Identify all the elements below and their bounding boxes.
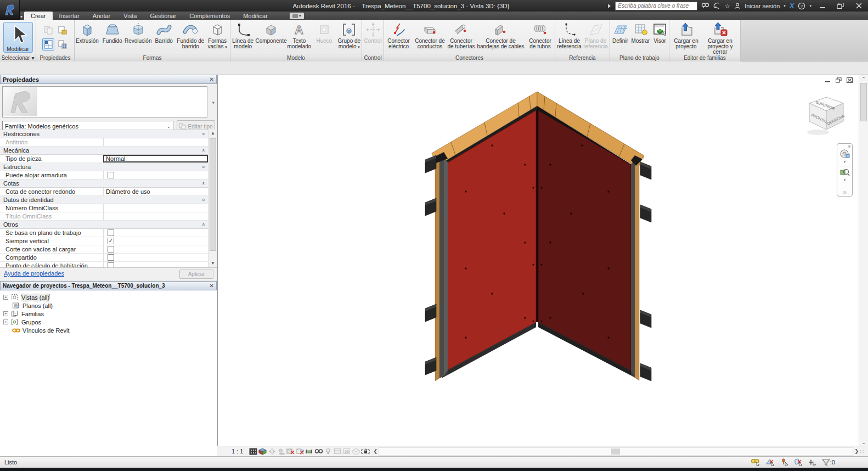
rendering-dialog-icon[interactable] xyxy=(286,447,295,456)
scrollbar-thumb[interactable] xyxy=(210,138,216,251)
hscroll-left-icon[interactable]: ❮ xyxy=(373,448,377,454)
corner-panel-model[interactable] xyxy=(218,75,868,446)
sun-path-icon[interactable] xyxy=(267,447,277,456)
exclude-options-icon[interactable] xyxy=(794,458,803,466)
exchange-apps-icon[interactable]: X xyxy=(790,2,794,10)
panel-label-seleccionar[interactable]: Seleccionar ▾ xyxy=(0,54,36,61)
communication-center-icon[interactable] xyxy=(713,2,720,9)
tab-modificar[interactable]: Modificar xyxy=(236,12,274,20)
locked-3d-view-icon[interactable] xyxy=(360,447,370,456)
editable-only-icon[interactable] xyxy=(751,458,760,466)
worksharing-display-icon[interactable] xyxy=(332,447,342,456)
conector-electrico-button[interactable]: Conector eléctrico xyxy=(385,21,413,49)
steering-wheel-icon[interactable] xyxy=(839,148,850,159)
navbar-close-icon[interactable]: ⊗ xyxy=(848,144,851,148)
properties-scrollbar[interactable]: ▲ ▼ xyxy=(208,130,217,267)
collapse-chevron-icon[interactable]: « xyxy=(200,223,206,226)
group-datos-identidad[interactable]: Datos de identidad« xyxy=(0,196,208,204)
group-mecanica[interactable]: Mecánica« xyxy=(0,147,208,155)
cargar-proyecto-cerrar-button[interactable]: Cargar en proyecto y cerrar xyxy=(702,21,739,55)
hscroll-thumb[interactable] xyxy=(611,448,620,455)
family-types-icon[interactable] xyxy=(42,24,54,36)
sign-in-button[interactable]: Iniciar sesión xyxy=(745,3,780,9)
pin-icon[interactable] xyxy=(780,458,789,466)
extrusion-button[interactable]: Extrusión xyxy=(75,21,100,44)
search-icon[interactable] xyxy=(701,2,709,9)
filter-icon[interactable]: :0 xyxy=(822,459,835,466)
group-cotas[interactable]: Cotas« xyxy=(0,180,208,188)
drawing-area[interactable]: SUPERIOR FRONTAL DERECHA ⊗ ▾ ▾ ◎ ⌃ ⌄ xyxy=(217,75,868,446)
ribbon-display-toggle[interactable]: ▾ xyxy=(290,13,304,19)
property-row[interactable]: Tipo de piezaNormal xyxy=(0,155,208,163)
help-caret-icon[interactable]: ▾ xyxy=(809,4,811,8)
revolucion-button[interactable]: Revolución xyxy=(125,21,151,44)
scrollbar-thumb[interactable] xyxy=(860,83,867,121)
browser-close-icon[interactable]: ✕ xyxy=(210,283,214,289)
application-menu-button[interactable] xyxy=(0,0,20,20)
apply-button[interactable]: Aplicar xyxy=(179,270,213,279)
componente-button[interactable]: Componente xyxy=(255,21,286,44)
tree-item-vinculos[interactable]: Vínculos de Revit xyxy=(0,326,217,334)
zoom-caret-icon[interactable]: ▾ xyxy=(844,178,846,182)
formas-vacias-button[interactable]: Formas vacías ▾ xyxy=(205,21,230,50)
texto-modelado-button[interactable]: A Texto modelado xyxy=(287,21,312,49)
close-button[interactable] xyxy=(852,1,866,11)
tab-complementos[interactable]: Complementos xyxy=(183,12,236,20)
design-options-icon[interactable] xyxy=(765,458,775,466)
property-row[interactable]: Compartido✓ xyxy=(0,254,208,262)
property-row[interactable]: Siempre vertical✓ xyxy=(0,237,208,245)
family-category-icon[interactable] xyxy=(57,24,69,36)
resize-grip-icon[interactable]: ⸬ xyxy=(860,447,868,455)
search-collapse-icon[interactable] xyxy=(607,3,611,9)
tipo-de-pieza-value[interactable]: Normal xyxy=(103,155,208,162)
checkbox[interactable]: ✓ xyxy=(108,246,114,253)
scroll-down-icon[interactable]: ⌄ xyxy=(859,440,868,445)
expand-icon[interactable]: + xyxy=(3,311,8,316)
linea-referencia-button[interactable]: Línea de referencia xyxy=(556,21,583,49)
group-restricciones[interactable]: Restricciones« xyxy=(0,130,208,138)
press-drag-icon[interactable] xyxy=(808,458,817,466)
preview-dropdown-caret-icon[interactable]: ▾ xyxy=(212,100,215,105)
conector-bandejas-button[interactable]: Conector de bandejas de cables xyxy=(476,21,526,49)
viewcube[interactable]: SUPERIOR FRONTAL DERECHA xyxy=(806,95,849,138)
collapse-chevron-icon[interactable]: « xyxy=(200,165,206,168)
navigation-bar[interactable]: ⊗ ▾ ▾ ◎ xyxy=(837,143,853,197)
grupo-modelo-button[interactable]: Grupo de modelo ▾ xyxy=(337,21,362,50)
properties-close-icon[interactable]: ✕ xyxy=(210,76,214,82)
properties-help-link[interactable]: Ayuda de propiedades xyxy=(4,270,64,277)
collapse-chevron-icon[interactable]: « xyxy=(200,198,206,201)
fundido-button[interactable]: Fundido xyxy=(100,21,125,44)
property-row[interactable]: Cota de conector redondoDiámetro de uso xyxy=(0,188,208,196)
tree-item-grupos[interactable]: + Grupos xyxy=(0,318,217,326)
conector-tubos-button[interactable]: Conector de tubos xyxy=(526,21,555,49)
view-close-icon[interactable] xyxy=(847,77,853,83)
tab-anotar[interactable]: Anotar xyxy=(86,12,117,20)
hscroll-right-icon[interactable]: ❯ xyxy=(854,448,859,454)
canvas-vertical-scrollbar[interactable]: ⌃ ⌄ xyxy=(859,75,868,446)
show-crop-region-icon[interactable] xyxy=(305,447,314,456)
property-row[interactable]: Corte con vacíos al cargar✓ xyxy=(0,245,208,254)
tree-item-planos[interactable]: Planos (all) xyxy=(0,301,217,310)
property-row[interactable]: Puede alojar armadura✓ xyxy=(0,171,208,180)
panel-label-propiedades[interactable]: Propiedades xyxy=(36,54,74,61)
checkbox[interactable]: ✓ xyxy=(108,229,114,236)
user-icon[interactable] xyxy=(734,3,741,9)
collapse-chevron-icon[interactable]: « xyxy=(200,132,206,135)
favorites-star-icon[interactable]: ☆ xyxy=(724,2,730,10)
checkbox[interactable]: ✓ xyxy=(108,254,114,261)
temporary-view-properties-icon[interactable]: 69 xyxy=(342,447,351,456)
property-row[interactable]: Punto de cálculo de habitación✓ xyxy=(0,262,208,267)
restore-button[interactable] xyxy=(833,1,848,11)
scroll-up-icon[interactable]: ⌃ xyxy=(859,76,868,82)
expand-icon[interactable]: + xyxy=(3,295,8,300)
analytical-model-icon[interactable] xyxy=(351,447,360,456)
help-icon[interactable]: ? xyxy=(798,2,805,10)
conector-conductos-button[interactable]: Conector de conductos xyxy=(413,21,447,49)
expand-icon[interactable]: + xyxy=(3,319,8,324)
search-input[interactable] xyxy=(615,2,697,10)
conector-tuberias-button[interactable]: Conector de tuberías xyxy=(447,21,476,49)
group-estructura[interactable]: Estructura« xyxy=(0,163,208,171)
navbar-options-icon[interactable]: ◎ xyxy=(843,190,847,195)
tab-vista[interactable]: Vista xyxy=(117,12,143,20)
modify-button[interactable]: Modificar xyxy=(3,22,33,53)
